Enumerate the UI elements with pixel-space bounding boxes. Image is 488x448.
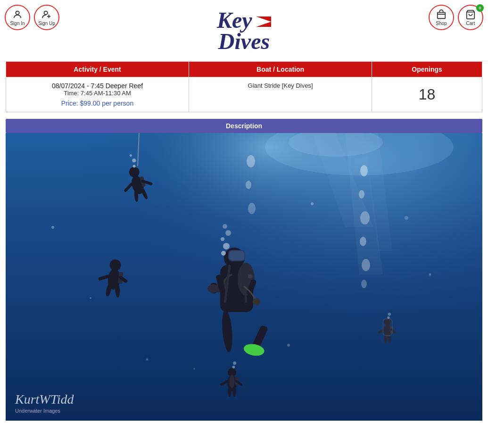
svg-point-72 <box>233 362 236 365</box>
svg-point-57 <box>253 298 260 306</box>
svg-point-70 <box>229 375 234 388</box>
svg-point-21 <box>247 155 255 167</box>
svg-point-67 <box>232 386 236 397</box>
svg-point-82 <box>388 313 391 316</box>
col2-header: Boat / Location <box>189 62 372 77</box>
svg-point-89 <box>311 202 314 205</box>
svg-point-52 <box>207 284 219 293</box>
svg-point-58 <box>221 251 226 256</box>
signup-label: Sign Up <box>38 21 55 26</box>
activity-cell: 08/07/2024 - 7:45 Deeper Reef Time: 7:45… <box>6 77 189 112</box>
photographer-subtitle: Underwater Images <box>15 408 74 414</box>
svg-point-61 <box>225 230 231 236</box>
svg-point-91 <box>193 368 195 370</box>
svg-rect-46 <box>248 274 253 278</box>
svg-point-20 <box>361 280 367 288</box>
svg-point-62 <box>223 224 227 229</box>
col1-header: Activity / Event <box>6 62 189 77</box>
description-bar: Description <box>6 119 482 133</box>
signin-label: Sign In <box>10 21 25 26</box>
openings-cell: 18 <box>372 77 482 112</box>
boat-location-cell: Giant Stride [Key Dives] <box>189 77 372 112</box>
photographer-signature: KurtWTidd <box>15 392 74 407</box>
svg-point-60 <box>221 237 224 241</box>
cart-count-badge: 0 <box>476 4 484 12</box>
svg-point-2 <box>44 11 48 14</box>
photographer-watermark: KurtWTidd Underwater Images <box>15 392 74 414</box>
svg-point-88 <box>90 297 91 299</box>
svg-point-0 <box>16 11 19 14</box>
svg-point-93 <box>405 216 408 220</box>
svg-point-94 <box>146 358 149 361</box>
dive-image <box>6 133 482 421</box>
svg-point-66 <box>228 386 232 397</box>
table-body-row: 08/07/2024 - 7:45 Deeper Reef Time: 7:45… <box>6 77 482 112</box>
openings-count: 18 <box>419 86 436 103</box>
shop-label: Shop <box>436 21 447 26</box>
activity-time: Time: 7:45 AM-11:30 AM <box>12 90 183 97</box>
activity-price: Price: $99.00 per person <box>12 100 183 107</box>
svg-point-59 <box>223 243 230 249</box>
svg-rect-49 <box>229 251 244 260</box>
svg-point-90 <box>429 274 431 276</box>
svg-point-92 <box>287 344 290 347</box>
activity-table: Activity / Event Boat / Location Opening… <box>6 61 482 112</box>
cart-button[interactable]: 0 Cart <box>458 5 483 30</box>
svg-point-22 <box>246 181 251 189</box>
svg-point-87 <box>51 226 54 229</box>
header-right-buttons: Shop 0 Cart <box>429 5 483 30</box>
shop-button[interactable]: Shop <box>429 5 454 30</box>
svg-point-23 <box>248 203 256 214</box>
dive-image-container: KurtWTidd Underwater Images <box>6 133 482 421</box>
svg-point-81 <box>387 316 389 319</box>
logo: Key Dives <box>217 7 271 54</box>
col3-header: Openings <box>372 62 482 77</box>
signup-button[interactable]: Sign Up <box>34 5 59 30</box>
description-label: Description <box>226 122 262 130</box>
activity-date: 08/07/2024 - 7:45 Deeper Reef <box>12 82 183 90</box>
header-left-buttons: Sign In Sign Up <box>5 5 59 30</box>
table-header-row: Activity / Event Boat / Location Opening… <box>6 62 482 77</box>
page-header: Sign In Sign Up Key Dives <box>0 0 488 61</box>
svg-point-71 <box>232 366 235 369</box>
svg-rect-7 <box>438 12 446 18</box>
signin-button[interactable]: Sign In <box>5 5 30 30</box>
cart-label: Cart <box>466 21 475 26</box>
